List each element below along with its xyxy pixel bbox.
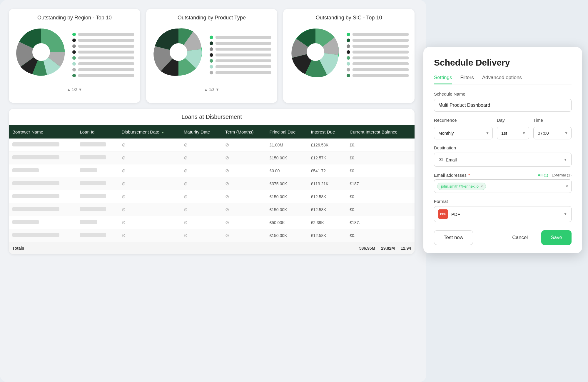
modal-title: Schedule Delivery	[434, 58, 572, 68]
clear-all-emails-button[interactable]: ×	[565, 184, 568, 189]
charts-row: Outstanding by Region - Top 10	[9, 9, 415, 103]
destination-select[interactable]: ✉ Email ▼	[434, 153, 572, 167]
format-group: Format PDF PDF ▼	[434, 199, 572, 222]
loanid-placeholder	[80, 207, 106, 211]
col-maturity-date: Maturity Date	[180, 125, 222, 139]
day-label: Day	[497, 118, 529, 123]
chart-region-pagination[interactable]: ▲ 1/2 ▼	[15, 87, 134, 92]
legend-item	[347, 50, 409, 54]
email-tags-container[interactable]: john.smith@kennek.io × ×	[434, 179, 572, 193]
borrower-placeholder	[12, 155, 59, 159]
chart-region-content	[15, 26, 134, 84]
legend-item	[210, 47, 272, 51]
legend-item	[347, 44, 409, 48]
time-label: Time	[533, 118, 572, 123]
svg-point-3	[170, 43, 187, 61]
borrower-placeholder	[12, 207, 59, 211]
day-select[interactable]: 1st 2nd 3rd Last	[497, 127, 529, 139]
legend-item	[347, 33, 409, 36]
chart-product: Outstanding by Product Type	[146, 9, 278, 103]
col-term: Term (Months)	[222, 125, 266, 139]
destination-dropdown-icon: ▼	[564, 158, 567, 162]
destination-group: Destination ✉ Email ▼	[434, 145, 572, 167]
pie-sic	[289, 26, 342, 84]
all-count: All (1)	[538, 173, 548, 177]
email-icon: ✉	[438, 156, 443, 163]
legend-item	[347, 39, 409, 42]
format-dropdown-icon: ▼	[564, 212, 567, 216]
format-select[interactable]: PDF PDF ▼	[434, 206, 572, 222]
legend-item	[72, 56, 134, 60]
col-loan-id: Loan Id	[76, 125, 118, 139]
legend-sic	[347, 33, 409, 77]
col-current-balance: Current Interest Balance	[346, 125, 415, 139]
loans-table: Borrower Name Loan Id Disbursement Date …	[9, 125, 415, 242]
email-tag-remove-button[interactable]: ×	[480, 184, 483, 188]
totals-balance: 12.94	[401, 246, 411, 251]
legend-item	[72, 68, 134, 71]
chart-product-title: Outstanding by Product Type	[152, 15, 272, 21]
schedule-name-input[interactable]	[434, 99, 572, 112]
time-select-wrapper: 07:00 08:00 09:00 ▼	[533, 127, 572, 139]
table-row: ⊘ ⊘ ⊘ £1.00M £126.53K £0.	[9, 139, 415, 151]
recurrence-select[interactable]: Monthly Daily Weekly Yearly	[434, 127, 493, 139]
table-row: ⊘ ⊘ ⊘ £150.00K £12.58K £0.	[9, 190, 415, 203]
tab-filters[interactable]: Filters	[460, 75, 474, 84]
loanid-placeholder	[80, 168, 97, 172]
svg-point-5	[307, 43, 324, 61]
borrower-placeholder	[12, 181, 59, 185]
chart-region-title: Outstanding by Region - Top 10	[15, 15, 134, 21]
legend-item	[72, 50, 134, 54]
pie-product	[152, 26, 205, 84]
test-now-button[interactable]: Test now	[434, 230, 473, 245]
cancel-button[interactable]: Cancel	[503, 230, 537, 245]
legend-item	[347, 56, 409, 60]
table-header-row: Borrower Name Loan Id Disbursement Date …	[9, 125, 415, 139]
time-select[interactable]: 07:00 08:00 09:00	[533, 127, 572, 139]
loans-table-section: Loans at Disbursement Borrower Name Loan…	[9, 109, 415, 254]
legend-item	[347, 68, 409, 71]
borrower-placeholder	[12, 233, 59, 237]
loanid-placeholder	[80, 194, 106, 198]
loanid-placeholder	[80, 181, 106, 185]
save-button[interactable]: Save	[541, 230, 572, 245]
table-row: ⊘ ⊘ ⊘ £0.00 £541.72 £0.	[9, 164, 415, 177]
modal-tabs: Settings Filters Advanced options	[434, 75, 572, 84]
borrower-placeholder	[12, 142, 59, 146]
legend-item	[72, 74, 134, 77]
loanid-placeholder	[80, 233, 106, 237]
destination-label: Destination	[434, 145, 572, 150]
day-select-wrapper: 1st 2nd 3rd Last ▼	[497, 127, 529, 139]
legend-item	[210, 65, 272, 69]
table-body: ⊘ ⊘ ⊘ £1.00M £126.53K £0. ⊘ ⊘ ⊘ £150.00K…	[9, 139, 415, 242]
loanid-placeholder	[80, 142, 106, 146]
col-disbursement-date[interactable]: Disbursement Date ▼	[118, 125, 180, 139]
totals-principal: 586.95M	[359, 246, 375, 251]
legend-item	[347, 74, 409, 77]
format-text: PDF	[451, 212, 560, 217]
schedule-delivery-modal: Schedule Delivery Settings Filters Advan…	[423, 47, 582, 253]
recurrence-select-wrapper: Monthly Daily Weekly Yearly ▼	[434, 127, 493, 139]
pie-region	[15, 26, 68, 84]
chart-region: Outstanding by Region - Top 10	[9, 9, 140, 103]
table-row: ⊘ ⊘ ⊘ £150.00K £12.58K £0.	[9, 203, 415, 216]
table-row: ⊘ ⊘ ⊘ £150.00K £12.57K £0.	[9, 151, 415, 164]
time-group: Time 07:00 08:00 09:00 ▼	[533, 118, 572, 139]
required-marker: *	[467, 173, 470, 178]
col-borrower-name: Borrower Name	[9, 125, 76, 139]
chart-product-pagination[interactable]: ▲ 1/3 ▼	[152, 87, 272, 92]
email-count-row: All (1) External (1)	[538, 173, 572, 177]
totals-label: Totals	[12, 246, 24, 251]
email-tag-text: john.smith@kennek.io	[441, 184, 479, 189]
email-addresses-label: Email addresses *	[434, 173, 470, 178]
table-row: ⊘ ⊘ ⊘ £50.00K £2.39K £187.	[9, 216, 415, 229]
tab-advanced-options[interactable]: Advanced options	[482, 75, 522, 84]
chart-sic-title: Outstanding by SIC - Top 10	[289, 15, 409, 21]
table-row: ⊘ ⊘ ⊘ £150.00K £12.58K £0.	[9, 229, 415, 242]
pdf-icon: PDF	[438, 209, 448, 219]
schedule-name-group: Schedule Name	[434, 91, 572, 112]
legend-item	[347, 62, 409, 66]
day-group: Day 1st 2nd 3rd Last ▼	[497, 118, 529, 139]
tab-settings[interactable]: Settings	[434, 75, 452, 84]
recurrence-row: Recurrence Monthly Daily Weekly Yearly ▼…	[434, 118, 572, 139]
